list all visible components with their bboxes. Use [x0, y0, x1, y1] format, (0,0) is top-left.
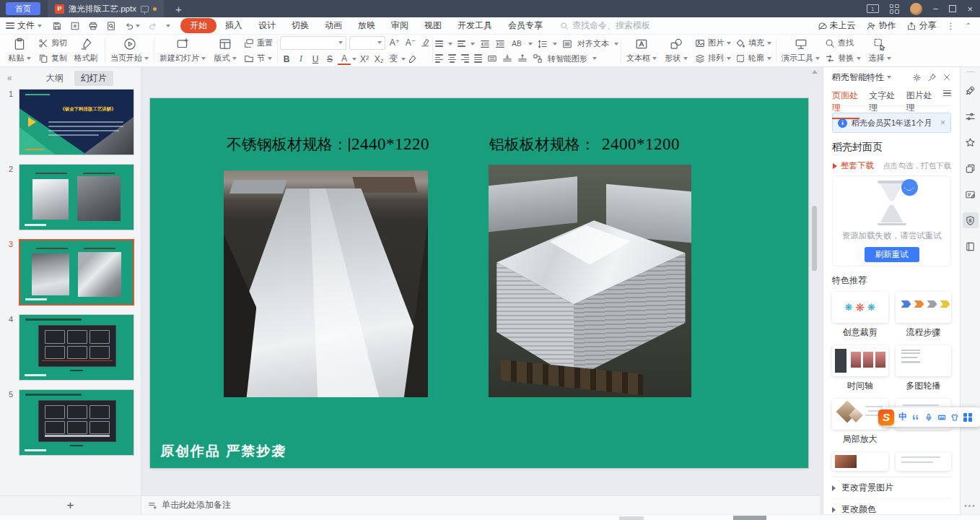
- redo-icon[interactable]: [148, 21, 158, 31]
- slide-thumbnail-3-selected[interactable]: 3: [3, 239, 141, 306]
- tab-home[interactable]: 开始: [180, 18, 216, 33]
- outline-button[interactable]: 轮廓: [733, 52, 774, 65]
- rail-properties-button[interactable]: [963, 108, 979, 124]
- italic-button[interactable]: I: [294, 53, 307, 66]
- more-menu-button[interactable]: ⋮: [947, 21, 955, 31]
- keyboard-icon[interactable]: [937, 413, 946, 422]
- stainless-steel-sheet-photo[interactable]: [224, 170, 428, 397]
- aluminum-plate-photo[interactable]: [489, 165, 691, 397]
- template-card-creative-crop[interactable]: ❋❋❋ 创意裁剪: [832, 292, 888, 339]
- shapes-button[interactable]: 形状: [660, 35, 693, 66]
- tab-image-processing[interactable]: 图片处理: [906, 87, 934, 114]
- play-from-current-button[interactable]: 当页开始: [108, 35, 152, 66]
- rail-smart-features-button-active[interactable]: [963, 212, 979, 228]
- text-direction-button[interactable]: AB: [510, 38, 523, 51]
- reset-slide-button[interactable]: 重置: [242, 37, 275, 50]
- bullet-list-icon[interactable]: [435, 40, 443, 46]
- home-tab-button[interactable]: 首页: [6, 2, 40, 15]
- panel-menu-icon[interactable]: [943, 87, 951, 96]
- download-all-button[interactable]: 整套下载: [832, 160, 874, 171]
- banner-close-icon[interactable]: ×: [940, 118, 945, 128]
- picture-button[interactable]: 图片: [693, 37, 733, 50]
- text-effect-button[interactable]: 变: [387, 53, 400, 66]
- scrollbar-thumb[interactable]: [812, 206, 817, 271]
- cloud-status-button[interactable]: 未上云: [817, 20, 856, 32]
- tab-member[interactable]: 会员专享: [501, 18, 550, 33]
- slides-tab[interactable]: 幻灯片: [74, 71, 113, 86]
- numbered-list-icon[interactable]: [458, 40, 465, 46]
- document-tab[interactable]: P 激光排版工艺.pptx: [48, 0, 164, 17]
- highlighter-icon[interactable]: [407, 54, 417, 64]
- tab-devtools[interactable]: 开发工具: [450, 18, 499, 33]
- ime-mode-indicator[interactable]: 中: [898, 411, 907, 423]
- font-color-button[interactable]: A: [338, 53, 351, 65]
- sogou-logo-icon[interactable]: S: [878, 410, 894, 425]
- undo-button[interactable]: [124, 21, 140, 31]
- template-card-timeline[interactable]: 时间轴: [832, 345, 888, 392]
- window-split-icon[interactable]: 1: [867, 4, 879, 13]
- section-button[interactable]: 节: [242, 52, 275, 65]
- maximize-button[interactable]: [949, 5, 956, 12]
- collapse-ribbon-button[interactable]: ⌃: [966, 22, 971, 30]
- smartart-icon[interactable]: [533, 53, 543, 64]
- superscript-button[interactable]: X²: [358, 53, 371, 66]
- print-preview-icon[interactable]: [106, 21, 116, 31]
- ime-toolbox-icon[interactable]: [963, 413, 972, 422]
- ime-punctuation-icon[interactable]: [911, 413, 920, 422]
- user-avatar[interactable]: [910, 3, 922, 15]
- panel-collapse-button[interactable]: «: [7, 73, 12, 83]
- outline-tab[interactable]: 大纲: [40, 71, 70, 86]
- pin-icon[interactable]: [927, 73, 937, 82]
- select-button[interactable]: 选择: [863, 35, 896, 66]
- slide-thumbnail-1[interactable]: 1 《钣金下料排版工艺讲解》: [3, 89, 141, 155]
- rail-reader-button[interactable]: [963, 238, 979, 254]
- clear-format-icon[interactable]: [420, 38, 430, 48]
- microphone-icon[interactable]: [924, 413, 933, 422]
- slide-layout-button[interactable]: 版式: [209, 35, 242, 66]
- copy-button[interactable]: 复制: [36, 52, 69, 65]
- share-button[interactable]: 分享: [906, 20, 937, 32]
- underline-button[interactable]: U: [309, 53, 322, 66]
- tab-insert[interactable]: 插入: [218, 18, 250, 33]
- font-name-combobox[interactable]: [280, 36, 346, 50]
- rail-effects-button[interactable]: [963, 134, 979, 150]
- subscript-button[interactable]: X₂: [372, 53, 385, 66]
- font-color-caret[interactable]: [352, 58, 356, 61]
- membership-banner[interactable]: i 稻壳会员买1年送1个月 ×: [832, 113, 951, 133]
- increase-font-button[interactable]: A⁺: [388, 36, 401, 49]
- textbox-button[interactable]: 文本框: [624, 35, 660, 66]
- smartart-label[interactable]: 转智能图形: [548, 53, 587, 64]
- align-text-label[interactable]: 对齐文本: [577, 38, 609, 49]
- close-panel-icon[interactable]: [942, 73, 951, 82]
- paragraph-spacing-icon[interactable]: [502, 53, 512, 64]
- line-spacing-icon[interactable]: [538, 39, 548, 49]
- slide-canvas[interactable]: 不锈钢板材规格： 2440*1220 铝板板材规格： 2400*1200 原创作…: [150, 98, 808, 468]
- spec-text-stainless[interactable]: 不锈钢板材规格： 2440*1220: [227, 134, 429, 155]
- align-left-icon[interactable]: [435, 54, 443, 63]
- file-menu[interactable]: 文件: [6, 20, 42, 32]
- slide-thumbnail-2[interactable]: 2: [3, 164, 141, 230]
- column-spacing-icon[interactable]: [517, 53, 528, 64]
- vertical-scrollbar[interactable]: [811, 69, 818, 495]
- ime-toolbar[interactable]: S 中: [882, 407, 980, 427]
- text-effect-caret[interactable]: [401, 58, 406, 61]
- scroll-up-arrow[interactable]: [812, 70, 818, 74]
- add-slide-button[interactable]: +: [67, 498, 74, 513]
- save-icon[interactable]: [52, 21, 62, 31]
- section-change-background[interactable]: 更改背景图片: [832, 477, 951, 499]
- tab-animation[interactable]: 动画: [318, 18, 349, 33]
- increase-indent-icon[interactable]: [495, 39, 505, 49]
- align-center-icon[interactable]: [448, 54, 456, 63]
- collaborate-button[interactable]: 协作: [866, 20, 896, 32]
- panel-title-caret[interactable]: [887, 76, 891, 79]
- tab-transitions[interactable]: 切换: [284, 18, 316, 33]
- spec-text-aluminum[interactable]: 铝板板材规格： 2400*1200: [489, 134, 680, 155]
- template-card-partial-left[interactable]: [832, 452, 888, 471]
- toolbar-more-caret[interactable]: [166, 25, 170, 27]
- export-icon[interactable]: [70, 21, 80, 31]
- decrease-indent-icon[interactable]: [480, 39, 490, 49]
- notes-bar[interactable]: 单击此处添加备注: [141, 495, 820, 514]
- fill-button[interactable]: 填充: [733, 37, 774, 50]
- print-icon[interactable]: [88, 21, 98, 31]
- align-right-icon[interactable]: [461, 54, 469, 63]
